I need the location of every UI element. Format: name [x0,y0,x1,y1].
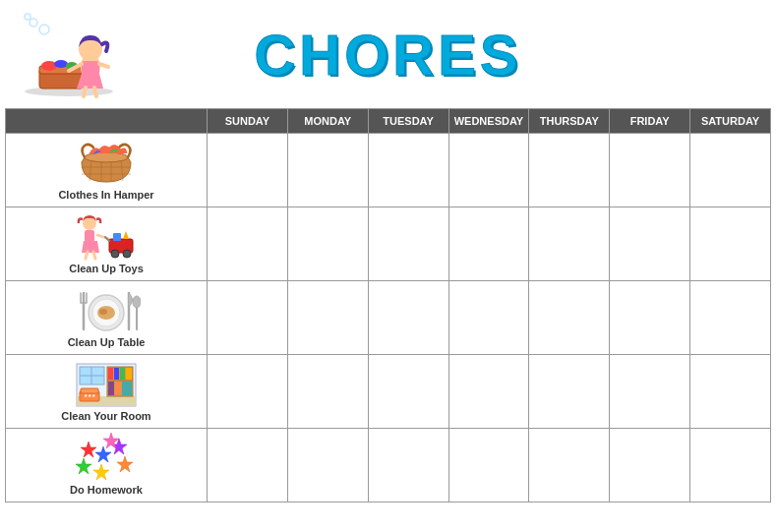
svg-line-10 [99,64,108,67]
chore-label-text-clean-your-room: Clean Your Room [61,410,150,422]
table-row: Do Homework [6,429,771,502]
svg-rect-54 [108,368,113,380]
table-tuesday-cell[interactable] [368,281,448,355]
table-row: ★★★ Clean Your Room [6,355,771,429]
chore-label-text-clean-up-toys: Clean Up Toys [69,263,144,274]
svg-line-28 [93,252,95,259]
toys-monday-cell[interactable] [287,207,368,281]
toys-tuesday-cell[interactable] [368,207,448,281]
toys-friday-cell[interactable] [610,207,690,281]
hamper-icon [72,138,141,187]
svg-point-33 [123,250,131,258]
svg-line-12 [94,88,96,96]
toys-wednesday-cell[interactable] [448,207,529,281]
friday-header: FRIDAY [610,109,690,134]
homework-monday-cell[interactable] [287,429,368,502]
svg-text:★★★: ★★★ [84,392,96,398]
svg-marker-35 [123,231,129,239]
page-title: CHORES [254,22,521,88]
homework-saturday-cell[interactable] [690,429,771,502]
mascot-image [20,10,118,98]
table-saturday-cell[interactable] [690,281,771,355]
homework-tuesday-cell[interactable] [368,429,448,502]
clothes-monday-cell[interactable] [287,134,368,207]
table-icon [72,285,141,334]
clothes-sunday-cell[interactable] [208,134,288,207]
chore-label-cell-clothes-in-hamper: Clothes In Hamper [6,134,208,207]
chore-label-cell-clean-up-toys: Clean Up Toys [6,207,208,281]
table-wednesday-cell[interactable] [448,281,529,355]
label-column-header [6,109,208,134]
svg-line-27 [86,252,88,259]
svg-rect-60 [115,382,121,395]
tuesday-header: TUESDAY [368,109,448,134]
svg-marker-68 [93,464,109,480]
chore-label-text-clothes-in-hamper: Clothes In Hamper [58,189,153,201]
chore-label-text-do-homework: Do Homework [70,484,143,496]
room-wednesday-cell[interactable] [448,355,529,429]
wednesday-header: WEDNESDAY [448,109,529,134]
homework-thursday-cell[interactable] [529,429,610,502]
homework-wednesday-cell[interactable] [448,429,529,502]
table-row: Clean Up Toys [6,207,771,281]
svg-marker-70 [117,456,133,472]
svg-point-32 [111,250,119,258]
svg-point-16 [25,14,30,20]
svg-point-15 [30,19,37,27]
room-icon: ★★★ [72,359,141,408]
svg-line-11 [84,88,86,96]
clothes-thursday-cell[interactable] [529,134,610,207]
svg-marker-67 [76,458,91,474]
table-monday-cell[interactable] [287,281,368,355]
table-row: Clothes In Hamper [6,134,771,207]
chore-label-cell-clean-your-room: ★★★ Clean Your Room [6,355,208,429]
room-sunday-cell[interactable] [208,355,288,429]
sunday-header: SUNDAY [208,109,288,134]
svg-point-47 [133,296,141,308]
homework-icon [72,433,141,482]
room-monday-cell[interactable] [287,355,368,429]
homework-sunday-cell[interactable] [208,429,288,502]
room-friday-cell[interactable] [610,355,690,429]
room-thursday-cell[interactable] [529,355,610,429]
svg-point-23 [85,152,128,162]
clothes-friday-cell[interactable] [610,134,690,207]
svg-marker-65 [81,442,96,457]
svg-rect-34 [113,233,121,241]
chore-label-cell-do-homework: Do Homework [6,429,208,502]
svg-marker-66 [95,446,111,462]
room-tuesday-cell[interactable] [368,355,448,429]
svg-point-39 [99,309,107,315]
svg-rect-55 [114,368,119,380]
chores-table: SUNDAY MONDAY TUESDAY WEDNESDAY THURSDAY… [5,108,771,502]
room-saturday-cell[interactable] [690,355,771,429]
svg-rect-59 [108,382,114,395]
clothes-saturday-cell[interactable] [690,134,771,207]
svg-rect-25 [85,230,94,242]
clothes-wednesday-cell[interactable] [448,134,529,207]
chore-label-text-clean-up-table: Clean Up Table [68,336,146,348]
svg-rect-61 [122,382,132,395]
saturday-header: SATURDAY [690,109,771,134]
chore-label-cell-clean-up-table: Clean Up Table [6,281,208,355]
table-sunday-cell[interactable] [208,281,288,355]
toys-sunday-cell[interactable] [208,207,288,281]
thursday-header: THURSDAY [529,109,610,134]
monday-header: MONDAY [287,109,368,134]
table-friday-cell[interactable] [610,281,690,355]
table-header-row: SUNDAY MONDAY TUESDAY WEDNESDAY THURSDAY… [6,109,771,134]
svg-rect-57 [126,368,132,380]
svg-rect-7 [82,61,99,75]
homework-friday-cell[interactable] [610,429,690,502]
toys-thursday-cell[interactable] [529,207,610,281]
svg-marker-26 [82,241,99,253]
page-header: CHORES [0,0,776,108]
table-row: Clean Up Table [6,281,771,355]
svg-rect-56 [120,368,125,380]
toys-icon [72,211,141,261]
svg-point-4 [54,60,68,68]
table-thursday-cell[interactable] [529,281,610,355]
clothes-tuesday-cell[interactable] [368,134,448,207]
toys-saturday-cell[interactable] [690,207,771,281]
svg-point-14 [39,25,49,34]
